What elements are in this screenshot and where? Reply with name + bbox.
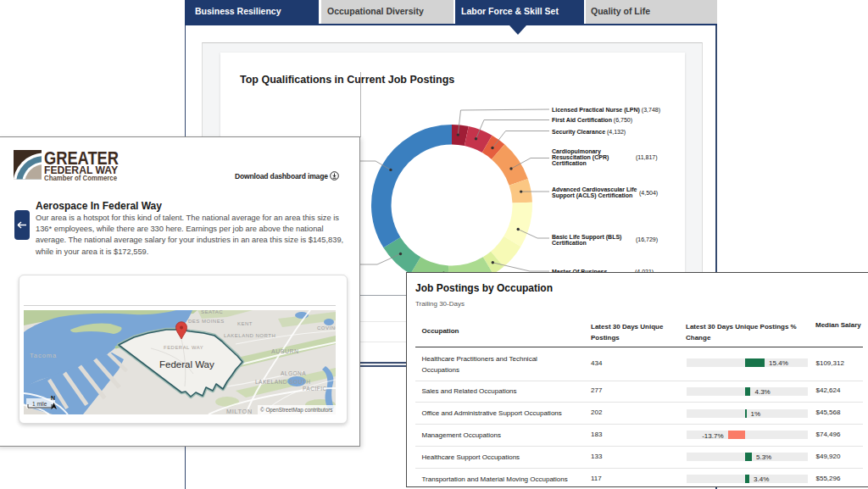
svg-text:AUBURN: AUBURN <box>271 348 299 354</box>
svg-text:N: N <box>51 395 55 401</box>
svg-text:© OpenStreetMap contributors: © OpenStreetMap contributors <box>260 407 333 414</box>
svg-text:KENT: KENT <box>237 321 253 326</box>
svg-text:MILTON: MILTON <box>226 408 253 414</box>
svg-text:Tacoma: Tacoma <box>30 352 57 359</box>
svg-text:SEATAC: SEATAC <box>201 310 223 314</box>
svg-text:DES MOINES: DES MOINES <box>188 319 225 324</box>
svg-text:LAKELAND NORTH: LAKELAND NORTH <box>224 333 275 338</box>
svg-text:COVINGT: COVINGT <box>317 325 336 331</box>
svg-text:1 mile: 1 mile <box>32 401 47 407</box>
svg-text:LAKELAND SOUTH: LAKELAND SOUTH <box>255 379 311 385</box>
svg-text:PACIFIC: PACIFIC <box>303 386 327 392</box>
svg-text:ALGONA: ALGONA <box>281 370 306 376</box>
svg-text:FEDERAL WAY: FEDERAL WAY <box>164 345 203 350</box>
svg-text:Chamber of Commerce: Chamber of Commerce <box>44 174 117 181</box>
svg-text:Federal Way: Federal Way <box>159 359 214 370</box>
